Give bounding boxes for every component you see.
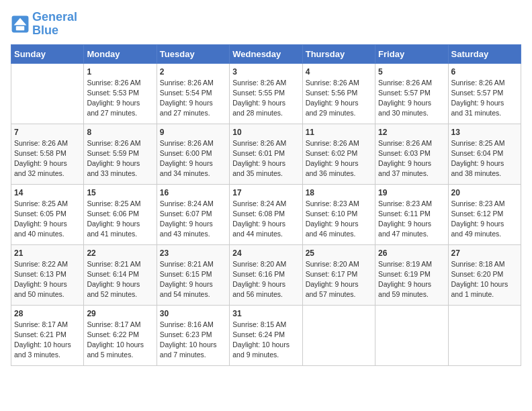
cell-info: Sunrise: 8:25 AMSunset: 6:05 PMDaylight:… [14, 199, 81, 240]
cell-line: Sunrise: 8:26 AM [232, 78, 299, 88]
day-number: 21 [14, 248, 81, 258]
cell-info: Sunrise: 8:26 AMSunset: 6:03 PMDaylight:… [378, 138, 445, 179]
cell-line: and 27 minutes. [87, 108, 153, 118]
cell-line: and 33 minutes. [87, 169, 153, 179]
weekday-header-monday: Monday [84, 44, 157, 63]
cell-line: and 31 minutes. [451, 108, 518, 118]
cell-line: Sunset: 6:13 PM [14, 269, 81, 279]
cell-info: Sunrise: 8:24 AMSunset: 6:08 PMDaylight:… [232, 199, 299, 240]
cell-line: Sunset: 6:00 PM [160, 148, 226, 158]
cell-line: Daylight: 9 hours [306, 98, 372, 108]
day-number: 9 [160, 128, 226, 137]
calendar-week-1: 1Sunrise: 8:26 AMSunset: 5:53 PMDaylight… [11, 63, 521, 124]
cell-info: Sunrise: 8:26 AMSunset: 5:57 PMDaylight:… [378, 78, 445, 119]
weekday-header-saturday: Saturday [448, 44, 521, 63]
cell-info: Sunrise: 8:24 AMSunset: 6:07 PMDaylight:… [160, 199, 226, 240]
cell-info: Sunrise: 8:22 AMSunset: 6:13 PMDaylight:… [14, 259, 81, 300]
cell-line: Daylight: 9 hours [232, 219, 299, 229]
cell-line: Sunset: 6:21 PM [14, 330, 81, 340]
cell-line: Sunset: 6:16 PM [232, 269, 299, 279]
cell-line: Daylight: 9 hours [160, 279, 226, 289]
cell-info: Sunrise: 8:26 AMSunset: 5:55 PMDaylight:… [232, 78, 299, 119]
cell-line: Sunrise: 8:23 AM [378, 199, 445, 209]
cell-line: Sunset: 6:22 PM [87, 330, 153, 340]
cell-info: Sunrise: 8:26 AMSunset: 5:53 PMDaylight:… [87, 78, 153, 119]
cell-line: Daylight: 9 hours [87, 219, 153, 229]
day-number: 1 [87, 67, 153, 77]
cell-info: Sunrise: 8:21 AMSunset: 6:15 PMDaylight:… [160, 259, 226, 300]
cell-line: Sunrise: 8:26 AM [451, 78, 518, 88]
cell-line: and 29 minutes. [306, 108, 372, 118]
cell-info: Sunrise: 8:26 AMSunset: 5:58 PMDaylight:… [14, 138, 81, 179]
calendar-cell: 23Sunrise: 8:21 AMSunset: 6:15 PMDayligh… [157, 244, 229, 305]
cell-line: Sunset: 6:03 PM [378, 148, 445, 158]
cell-info: Sunrise: 8:20 AMSunset: 6:16 PMDaylight:… [232, 259, 299, 300]
cell-line: and 38 minutes. [451, 169, 518, 179]
cell-info: Sunrise: 8:23 AMSunset: 6:11 PMDaylight:… [378, 199, 445, 240]
cell-line: Sunset: 5:57 PM [451, 88, 518, 98]
cell-line: Sunrise: 8:26 AM [306, 138, 372, 148]
calendar-cell: 12Sunrise: 8:26 AMSunset: 6:03 PMDayligh… [375, 124, 448, 184]
cell-line: Sunrise: 8:21 AM [160, 259, 226, 269]
calendar-week-2: 7Sunrise: 8:26 AMSunset: 5:58 PMDaylight… [11, 124, 521, 184]
cell-line: Sunset: 5:54 PM [160, 88, 226, 98]
cell-line: Sunrise: 8:26 AM [378, 78, 445, 88]
cell-info: Sunrise: 8:15 AMSunset: 6:24 PMDaylight:… [232, 320, 299, 361]
calendar-cell: 16Sunrise: 8:24 AMSunset: 6:07 PMDayligh… [157, 184, 229, 244]
calendar-cell: 31Sunrise: 8:15 AMSunset: 6:24 PMDayligh… [230, 305, 302, 365]
cell-line: Daylight: 9 hours [306, 219, 372, 229]
calendar-cell: 5Sunrise: 8:26 AMSunset: 5:57 PMDaylight… [375, 63, 448, 124]
cell-line: Daylight: 10 hours [87, 340, 153, 350]
weekday-header-thursday: Thursday [302, 44, 375, 63]
cell-line: Sunset: 5:57 PM [378, 88, 445, 98]
cell-line: and 27 minutes. [160, 108, 226, 118]
calendar-cell: 20Sunrise: 8:23 AMSunset: 6:12 PMDayligh… [448, 184, 521, 244]
cell-info: Sunrise: 8:25 AMSunset: 6:06 PMDaylight:… [87, 199, 153, 240]
calendar-header: SundayMondayTuesdayWednesdayThursdayFrid… [11, 44, 521, 63]
weekday-header-sunday: Sunday [11, 44, 84, 63]
calendar-cell: 26Sunrise: 8:19 AMSunset: 6:19 PMDayligh… [375, 244, 448, 305]
cell-line: and 49 minutes. [451, 229, 518, 239]
cell-line: Sunrise: 8:22 AM [14, 259, 81, 269]
svg-rect-2 [16, 26, 24, 30]
calendar-cell: 21Sunrise: 8:22 AMSunset: 6:13 PMDayligh… [11, 244, 84, 305]
day-number: 30 [160, 309, 226, 318]
cell-line: and 54 minutes. [160, 289, 226, 300]
cell-info: Sunrise: 8:26 AMSunset: 5:56 PMDaylight:… [306, 78, 372, 119]
cell-line: Daylight: 10 hours [160, 340, 226, 350]
calendar-cell: 2Sunrise: 8:26 AMSunset: 5:54 PMDaylight… [157, 63, 229, 124]
calendar-cell: 10Sunrise: 8:26 AMSunset: 6:01 PMDayligh… [230, 124, 302, 184]
cell-line: Sunrise: 8:25 AM [14, 199, 81, 209]
cell-info: Sunrise: 8:23 AMSunset: 6:12 PMDaylight:… [451, 199, 518, 240]
cell-line: Sunrise: 8:25 AM [451, 138, 518, 148]
calendar-cell: 6Sunrise: 8:26 AMSunset: 5:57 PMDaylight… [448, 63, 521, 124]
cell-info: Sunrise: 8:20 AMSunset: 6:17 PMDaylight:… [306, 259, 372, 300]
cell-line: Sunset: 6:19 PM [378, 269, 445, 279]
cell-line: Daylight: 9 hours [306, 279, 372, 289]
cell-line: and 50 minutes. [14, 289, 81, 300]
cell-line: Daylight: 9 hours [232, 98, 299, 108]
cell-line: Sunset: 6:05 PM [14, 209, 81, 219]
cell-line: Sunrise: 8:20 AM [306, 259, 372, 269]
weekday-header-wednesday: Wednesday [230, 44, 302, 63]
calendar-cell: 1Sunrise: 8:26 AMSunset: 5:53 PMDaylight… [84, 63, 157, 124]
cell-line: Sunrise: 8:26 AM [232, 138, 299, 148]
cell-line: Daylight: 9 hours [14, 158, 81, 169]
day-number: 19 [378, 188, 445, 197]
calendar-cell: 17Sunrise: 8:24 AMSunset: 6:08 PMDayligh… [230, 184, 302, 244]
day-number: 20 [451, 188, 518, 197]
cell-line: and 34 minutes. [160, 169, 226, 179]
cell-line: Sunrise: 8:20 AM [232, 259, 299, 269]
calendar-cell: 28Sunrise: 8:17 AMSunset: 6:21 PMDayligh… [11, 305, 84, 365]
day-number: 24 [232, 248, 299, 258]
cell-line: Sunrise: 8:18 AM [451, 259, 518, 269]
day-number: 31 [232, 309, 299, 318]
calendar-cell: 15Sunrise: 8:25 AMSunset: 6:06 PMDayligh… [84, 184, 157, 244]
cell-info: Sunrise: 8:26 AMSunset: 5:54 PMDaylight:… [160, 78, 226, 119]
logo-icon [11, 15, 30, 34]
cell-line: Sunset: 6:04 PM [451, 148, 518, 158]
cell-line: Sunrise: 8:25 AM [87, 199, 153, 209]
calendar-cell: 9Sunrise: 8:26 AMSunset: 6:00 PMDaylight… [157, 124, 229, 184]
calendar-cell: 7Sunrise: 8:26 AMSunset: 5:58 PMDaylight… [11, 124, 84, 184]
day-number: 12 [378, 128, 445, 137]
